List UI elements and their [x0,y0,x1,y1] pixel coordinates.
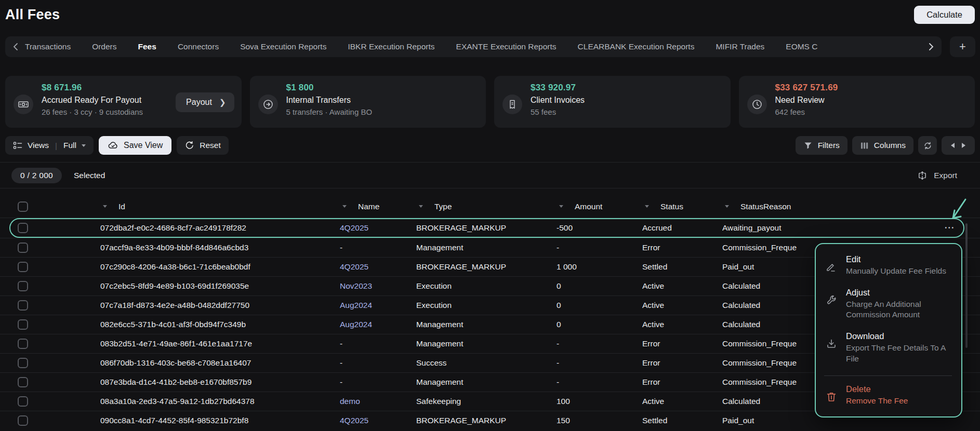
cell-name-link[interactable]: demo [340,392,360,411]
cell-id: 090cc8a1-4cd7-4452-85f4-985321b72bf8 [100,411,248,430]
cell-amount: - [557,373,559,392]
cell-status-reason: Commission_Freque [722,354,824,372]
cell-name[interactable]: - [340,354,342,372]
tab-eoms-c[interactable]: EOMS C [786,42,817,51]
clock-icon [747,95,767,114]
menu-item-download[interactable]: Download Export The Fee Details To A Fil… [823,331,953,363]
refresh-button[interactable] [918,136,937,155]
refresh-icon [923,141,933,151]
calculate-button[interactable]: Calculate [914,6,975,24]
add-tab-button[interactable]: + [950,36,975,57]
table-row[interactable]: 072dba2f-e0c2-4686-8cf7-ac249178f282 4Q2… [0,219,980,238]
column-header-statusreason[interactable]: StatusReason [740,195,791,218]
cell-name-link[interactable]: Nov2023 [340,277,372,295]
row-checkbox[interactable] [18,262,28,272]
cloud-check-icon [108,140,118,151]
views-icon [13,141,22,150]
export-button[interactable]: Export [914,168,960,183]
cell-status: Error [642,354,660,372]
tab-transactions[interactable]: Transactions [25,42,71,51]
columns-button[interactable]: Columns [852,136,913,155]
cell-id: 08a3a10a-2ed3-47a5-9a12-1db27bd64378 [100,392,255,411]
row-checkbox[interactable] [18,319,28,330]
column-menu-icon[interactable] [342,205,347,208]
summary-cards: $8 671.96 Accrued Ready For Payout 26 fe… [5,76,975,128]
filters-button[interactable]: Filters [796,136,847,155]
arrow-right-circle-icon [258,95,278,114]
row-checkbox[interactable] [18,300,28,311]
cell-name[interactable]: - [340,334,342,353]
row-checkbox[interactable] [18,396,28,407]
filter-funnel-icon [803,141,813,150]
column-menu-icon[interactable] [419,205,423,208]
divider [0,162,980,163]
cell-type: BROKERAGE_MARKUP [416,411,506,430]
pager-arrows-button[interactable] [942,136,975,155]
column-header-status[interactable]: Status [660,195,683,218]
cell-id: 083b2d51-4e71-49ae-86f1-461e1aa1717e [100,334,252,353]
row-actions-menu-button[interactable]: ••• [945,219,955,237]
menu-item-description: Charge An Additional Commission Amount [846,299,953,320]
tabs-scroll-right-icon[interactable] [928,36,934,57]
cell-id: 07c290c8-4206-4a38-b6c1-71c6beab0bdf [100,258,250,276]
column-header-name[interactable]: Name [358,195,379,218]
row-checkbox[interactable] [18,223,28,233]
menu-item-adjust[interactable]: Adjust Charge An Additional Commission A… [823,288,953,320]
cell-status-reason: Paid_out [722,258,824,276]
selection-label: Selected [74,168,105,183]
column-menu-icon[interactable] [725,205,729,208]
column-menu-icon[interactable] [559,205,563,208]
selection-count-badge: 0 / 2 000 [11,168,62,183]
tab-orders[interactable]: Orders [92,42,116,51]
row-checkbox[interactable] [18,377,28,387]
row-checkbox[interactable] [18,281,28,291]
tab-fees[interactable]: Fees [138,42,156,51]
column-menu-icon[interactable] [103,205,107,208]
views-selector[interactable]: Views | Full [5,136,94,155]
menu-item-delete[interactable]: Delete Remove The Fee [823,384,953,406]
card-client-invoices: $33 920.97 Client Invoices 55 fees [494,76,731,128]
reset-button[interactable]: Reset [177,136,229,155]
cell-name-link[interactable]: 4Q2025 [340,411,368,430]
tab-connectors[interactable]: Connectors [178,42,219,51]
menu-item-label: Download [846,331,953,341]
row-checkbox[interactable] [18,358,28,368]
select-all-checkbox[interactable] [18,201,28,212]
cell-name-link[interactable]: Aug2024 [340,296,372,315]
cell-name-link[interactable]: 4Q2025 [340,258,368,276]
row-checkbox[interactable] [18,415,28,426]
cell-status-reason: Awaiting_payout [722,219,824,237]
tab-clearbank-execution-reports[interactable]: CLEARBANK Execution Reports [578,42,695,51]
cell-status-reason: Calculated [722,315,824,334]
cell-name[interactable]: - [340,238,342,257]
card-subtitle: 26 fees · 3 ccy · 9 custodians [42,107,179,116]
views-toolbar: Views | Full Save View Reset Filters [5,136,975,155]
payout-button[interactable]: Payout❯ [176,92,234,112]
column-header-id[interactable]: Id [118,195,125,218]
cell-amount: - [557,334,559,353]
tab-mifir-trades[interactable]: MIFIR Trades [716,42,764,51]
cell-status: Error [642,373,660,392]
column-header-amount[interactable]: Amount [575,195,602,218]
column-header-type[interactable]: Type [434,195,452,218]
menu-item-label: Adjust [846,288,953,298]
column-menu-icon[interactable] [645,205,649,208]
vertical-scrollbar[interactable] [965,223,968,348]
card-amount: $1 800 [286,83,424,93]
tab-sova-execution-reports[interactable]: Sova Execution Reports [240,42,326,51]
menu-item-edit[interactable]: Edit Manually Update Fee Fields [823,254,953,276]
cell-name-link[interactable]: 4Q2025 [340,219,368,237]
tabs-scroll-left-icon[interactable] [12,43,19,51]
banknote-icon [14,95,33,114]
save-view-button[interactable]: Save View [99,136,171,155]
menu-item-description: Manually Update Fee Fields [846,266,946,276]
tab-exante-execution-reports[interactable]: EXANTE Execution Reports [456,42,557,51]
cell-name[interactable]: - [340,373,342,392]
tab-ibkr-execution-reports[interactable]: IBKR Execution Reports [348,42,434,51]
pointer-arrow-icon [947,197,969,221]
row-checkbox[interactable] [18,243,28,253]
card-title: Accrued Ready For Payout [42,96,179,105]
cell-name-link[interactable]: Aug2024 [340,315,372,334]
cell-status: Error [642,238,660,257]
row-checkbox[interactable] [18,339,28,349]
